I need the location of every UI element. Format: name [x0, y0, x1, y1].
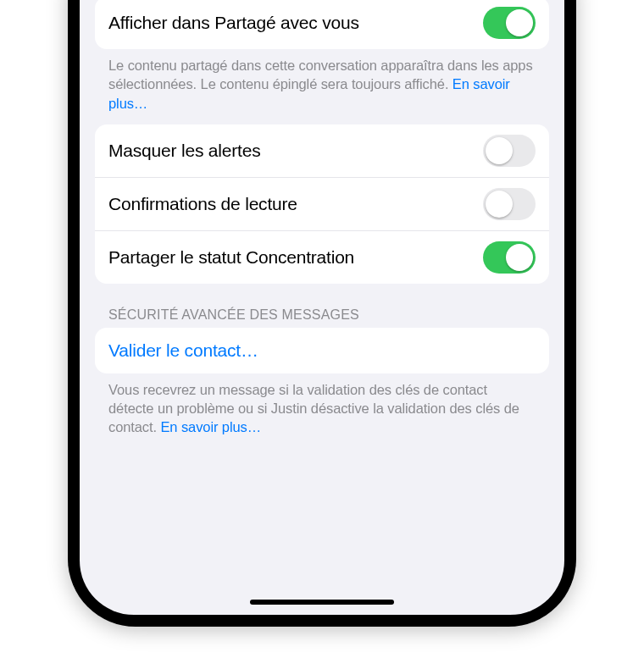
toggle-knob — [486, 137, 513, 164]
row-link-label: Valider le contact… — [108, 340, 258, 361]
group-shared-with-you: Afficher dans Partagé avec vous — [95, 0, 549, 49]
home-indicator[interactable] — [250, 600, 394, 605]
toggle-read-receipts[interactable] — [483, 188, 536, 220]
row-show-in-shared[interactable]: Afficher dans Partagé avec vous — [95, 0, 549, 49]
toggle-knob — [486, 191, 513, 218]
group-advanced-security: Valider le contact… — [95, 328, 549, 373]
row-label: Masquer les alertes — [108, 141, 260, 161]
row-read-receipts[interactable]: Confirmations de lecture — [95, 177, 549, 230]
footer-advanced-security: Vous recevrez un message si la validatio… — [95, 373, 549, 437]
spacer — [95, 437, 549, 496]
row-label: Afficher dans Partagé avec vous — [108, 13, 359, 33]
stage: Afficher dans Partagé avec vous Le conte… — [0, 0, 644, 669]
settings-screen: Afficher dans Partagé avec vous Le conte… — [80, 0, 564, 615]
row-label: Partager le statut Concentration — [108, 247, 354, 268]
section-header-advanced-security: SÉCURITÉ AVANCÉE DES MESSAGES — [95, 284, 549, 328]
group-notifications: Masquer les alertes Confirmations de lec… — [95, 124, 549, 284]
toggle-knob — [506, 244, 533, 271]
row-label: Confirmations de lecture — [108, 194, 297, 214]
toggle-knob — [506, 9, 533, 36]
phone-frame: Afficher dans Partagé avec vous Le conte… — [68, 0, 576, 627]
learn-more-link[interactable]: En savoir plus… — [160, 419, 261, 434]
row-hide-alerts[interactable]: Masquer les alertes — [95, 124, 549, 177]
row-share-focus[interactable]: Partager le statut Concentration — [95, 230, 549, 284]
toggle-share-focus[interactable] — [483, 241, 536, 274]
toggle-hide-alerts[interactable] — [483, 135, 536, 167]
toggle-show-in-shared[interactable] — [483, 7, 536, 39]
row-verify-contact[interactable]: Valider le contact… — [95, 328, 549, 373]
footer-shared-with-you: Le contenu partagé dans cette conversati… — [95, 49, 549, 113]
phone-inner: Afficher dans Partagé avec vous Le conte… — [76, 0, 568, 618]
